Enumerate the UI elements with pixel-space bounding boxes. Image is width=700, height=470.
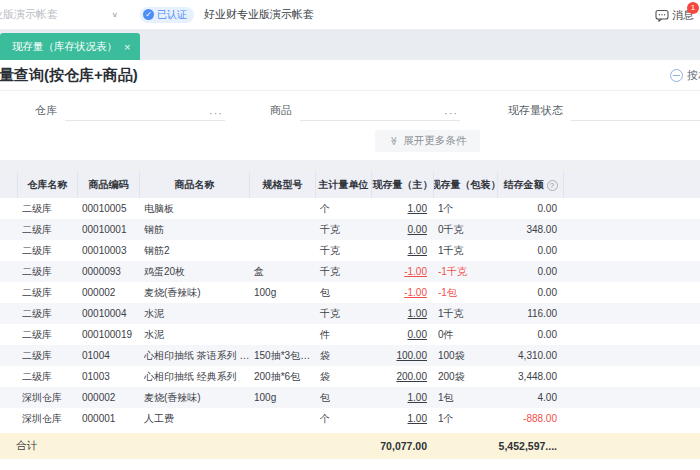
topbar: 专业版演示帐套 ∨ ✓ 已认证 好业财专业版演示帐套 消息 1 <box>0 0 700 30</box>
cell-code: 00010005 <box>78 198 140 219</box>
cell-qty-package: 100袋 <box>434 345 498 366</box>
cell-qty-package: 1个 <box>434 198 498 219</box>
cell-filler <box>564 387 700 408</box>
cell-qty-package: 1千克 <box>434 240 498 261</box>
qty-main-link[interactable]: 1.00 <box>408 203 427 214</box>
cell-code: 000002 <box>78 387 140 408</box>
table-row[interactable]: 二级库 0000093 鸡蛋20枚 盒 千克 -1.00 -1千克 0.00 <box>0 261 700 282</box>
cell-filler <box>564 366 700 387</box>
tab-inventory-status[interactable]: 现存量（库存状况表） × <box>0 33 140 60</box>
cell-name: 人工费 <box>140 408 250 429</box>
corner-action-button[interactable]: 按相 <box>670 60 700 91</box>
cell-unit: 千克 <box>316 261 372 282</box>
warehouse-filter: 仓库 ··· <box>35 101 225 121</box>
cell-filler <box>564 408 700 429</box>
cell-index <box>0 408 18 429</box>
cell-filler <box>564 303 700 324</box>
table-row[interactable]: 深圳仓库 000001 人工费 个 1.00 1个 -888.00 <box>0 408 700 429</box>
chevron-down-icon: ∨ <box>111 11 118 19</box>
cell-spec <box>250 240 316 261</box>
cell-code: 00010003 <box>78 240 140 261</box>
account-set-selector[interactable]: 专业版演示帐套 ∨ <box>0 7 122 22</box>
product-input[interactable]: ··· <box>300 101 460 121</box>
qty-main-link[interactable]: -1.00 <box>404 287 427 298</box>
header-amount: 结存金额 ? <box>498 172 564 198</box>
cell-index <box>0 261 18 282</box>
table-row[interactable]: 深圳仓库 000002 麦烧(香辣味) 100g 包 1.00 1包 4.00 <box>0 387 700 408</box>
cell-amount: 4.00 <box>498 387 564 408</box>
qty-main-link[interactable]: 1.00 <box>408 413 427 424</box>
cell-name: 电脑板 <box>140 198 250 219</box>
cell-unit: 千克 <box>316 303 372 324</box>
section-divider <box>0 160 700 172</box>
total-amount: 5,452,597.... <box>498 433 564 459</box>
warehouse-picker-ellipsis[interactable]: ··· <box>209 107 225 120</box>
title-bar: 现存量查询(按仓库+商品) 按相 <box>0 60 700 91</box>
cell-name: 水泥 <box>140 303 250 324</box>
cell-filler <box>564 345 700 366</box>
cell-filler <box>564 261 700 282</box>
cell-name: 水泥 <box>140 324 250 345</box>
table-row[interactable]: 二级库 01004 心相印抽纸 茶语系列 … 150抽*3包… 袋 100.00… <box>0 345 700 366</box>
table-row[interactable]: 二级库 000002 麦烧(香辣味) 100g 包 -1.00 -1包 0.00 <box>0 282 700 303</box>
close-icon[interactable]: × <box>124 41 130 53</box>
product-picker-ellipsis[interactable]: ··· <box>444 107 460 120</box>
corner-icon <box>670 69 683 82</box>
qty-main-link[interactable]: 1.00 <box>408 245 427 256</box>
qty-main-link[interactable]: 0.00 <box>408 329 427 340</box>
qty-main-link[interactable]: 100.00 <box>396 350 427 361</box>
cell-spec: 150抽*3包… <box>250 345 316 366</box>
cell-spec: 盒 <box>250 261 316 282</box>
cell-index <box>0 324 18 345</box>
cell-filler <box>564 324 700 345</box>
verified-badge: ✓ 已认证 <box>140 7 194 23</box>
inventory-table: 仓库名称 商品编码 商品名称 规格型号 主计量单位 现存量（主） 现存量（包装）… <box>0 172 700 459</box>
cell-warehouse: 二级库 <box>18 324 78 345</box>
header-name: 商品名称 <box>140 172 250 198</box>
cell-spec <box>250 219 316 240</box>
table-row[interactable]: 二级库 00010004 水泥 千克 1.00 1千克 116.00 <box>0 303 700 324</box>
qty-main-link[interactable]: 1.00 <box>408 308 427 319</box>
cell-qty-package: 0件 <box>434 324 498 345</box>
messages-button[interactable]: 消息 1 <box>655 0 694 30</box>
product-label: 商品 <box>270 103 292 121</box>
cell-qty-package: -1千克 <box>434 261 498 282</box>
table-row[interactable]: 二级库 01003 心相印抽纸 经典系列 200抽*6包 袋 200.00 20… <box>0 366 700 387</box>
table-row[interactable]: 二级库 00010005 电脑板 个 1.00 1个 0.00 <box>0 198 700 219</box>
status-input[interactable] <box>571 101 700 121</box>
cell-name: 钢筋 <box>140 219 250 240</box>
header-qty-main: 现存量（主） <box>372 172 434 198</box>
qty-main-link[interactable]: 200.00 <box>396 371 427 382</box>
verified-label: 已认证 <box>157 8 187 22</box>
header-filler <box>564 172 700 198</box>
table-row[interactable]: 二级库 000100019 水泥 件 0.00 0件 0.00 <box>0 324 700 345</box>
app-window: 专业版演示帐套 ∨ ✓ 已认证 好业财专业版演示帐套 消息 1 现存量（库存状况… <box>0 0 700 470</box>
cell-index <box>0 366 18 387</box>
help-icon[interactable]: ? <box>547 180 558 191</box>
product-filter: 商品 ··· <box>270 101 460 121</box>
expand-more-conditions-button[interactable]: ≫ 展开更多条件 <box>375 130 480 152</box>
company-name: 好业财专业版演示帐套 <box>204 7 314 22</box>
cell-amount: 0.00 <box>498 261 564 282</box>
cell-amount: 0.00 <box>498 240 564 261</box>
cell-name: 钢筋2 <box>140 240 250 261</box>
cell-warehouse: 二级库 <box>18 303 78 324</box>
cell-qty-package: 1千克 <box>434 303 498 324</box>
cell-qty-package: 1个 <box>434 408 498 429</box>
qty-main-link[interactable]: 1.00 <box>408 392 427 403</box>
warehouse-input[interactable]: ··· <box>65 101 225 121</box>
qty-main-link[interactable]: 0.00 <box>408 224 427 235</box>
table-header-row: 仓库名称 商品编码 商品名称 规格型号 主计量单位 现存量（主） 现存量（包装）… <box>0 172 700 198</box>
warehouse-label: 仓库 <box>35 103 57 121</box>
cell-qty-package: 1包 <box>434 387 498 408</box>
cell-unit: 袋 <box>316 366 372 387</box>
cell-amount: 3,448.00 <box>498 366 564 387</box>
filter-panel: 仓库 ··· 商品 ··· 现存量状态 ≫ 展开更多条件 <box>0 91 700 160</box>
cell-spec: 200抽*6包 <box>250 366 316 387</box>
cell-unit: 千克 <box>316 219 372 240</box>
cell-unit: 件 <box>316 324 372 345</box>
table-row[interactable]: 二级库 00010003 钢筋2 千克 1.00 1千克 0.00 <box>0 240 700 261</box>
table-row[interactable]: 二级库 00010001 钢筋 千克 0.00 0千克 348.00 <box>0 219 700 240</box>
qty-main-link[interactable]: -1.00 <box>404 266 427 277</box>
page-title: 现存量查询(按仓库+商品) <box>0 66 138 85</box>
